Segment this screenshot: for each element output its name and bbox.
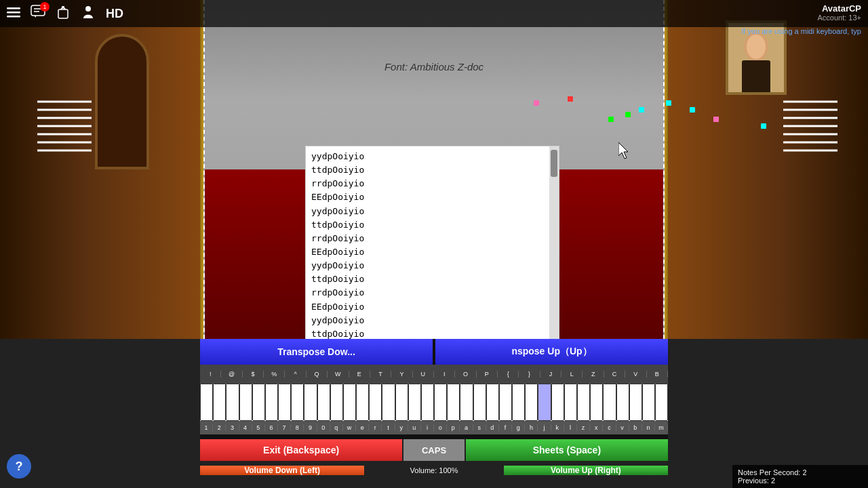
notification-badge: 1	[40, 2, 50, 12]
piano-white-key[interactable]	[395, 384, 408, 421]
piano-white-key[interactable]	[343, 384, 356, 421]
piano-white-key[interactable]	[460, 384, 473, 421]
piano-white-key[interactable]	[577, 384, 590, 421]
volume-row: Volume Down (Left) Volume: 100% Volume U…	[200, 461, 668, 480]
username: AvatarCP	[817, 3, 861, 14]
bottom-key-label: 1	[200, 424, 213, 431]
piano-white-key[interactable]	[421, 384, 434, 421]
bottom-key-label: s	[473, 424, 486, 431]
top-key-label: T	[370, 371, 391, 378]
bottom-key-label: 4	[239, 424, 252, 431]
bottom-key-label: 2	[213, 424, 226, 431]
piano-white-key[interactable]	[304, 384, 317, 421]
sheet-line: EEdpOoiyio	[311, 190, 545, 204]
top-key-label: Q	[307, 371, 328, 378]
bottom-key-label: 6	[265, 424, 278, 431]
piano-white-key[interactable]	[538, 384, 551, 421]
bottom-key-label: l	[564, 424, 577, 431]
bottom-key-label: j	[538, 424, 551, 431]
piano-white-key[interactable]	[265, 384, 278, 421]
piano-white-key[interactable]	[655, 384, 668, 421]
bottom-key-label: r	[369, 424, 382, 431]
svg-rect-20	[639, 107, 644, 113]
bottom-key-label: e	[356, 424, 369, 431]
caps-button[interactable]: CAPS	[403, 439, 464, 461]
piano-white-key[interactable]	[512, 384, 525, 421]
help-button[interactable]: ?	[7, 454, 31, 479]
piano-white-key[interactable]	[564, 384, 577, 421]
transpose-down-button[interactable]: Transpose Dow...	[200, 339, 433, 365]
piano-white-key[interactable]	[434, 384, 447, 421]
piano-white-key[interactable]	[473, 384, 486, 421]
bottom-key-label: w	[343, 424, 356, 431]
piano-white-key[interactable]	[291, 384, 304, 421]
svg-rect-18	[534, 100, 539, 106]
svg-rect-28	[7, 12, 20, 14]
piano-white-key[interactable]	[252, 384, 265, 421]
svg-rect-24	[625, 112, 631, 117]
piano-white-key[interactable]	[408, 384, 421, 421]
svg-rect-29	[7, 16, 20, 18]
piano-white-key[interactable]	[629, 384, 642, 421]
action-buttons-row: Exit (Backspace) CAPS Sheets (Space)	[200, 439, 668, 461]
bottom-key-label: 0	[317, 424, 330, 431]
character-icon[interactable]	[81, 5, 96, 23]
bottom-key-label: x	[590, 424, 603, 431]
bottom-key-label: i	[421, 424, 434, 431]
bottom-key-labels: 1234567890qwertyuiopasdfghjklzxcvbnm	[200, 421, 668, 434]
transpose-up-button[interactable]: nspose Up（Up）	[435, 339, 668, 365]
bottom-key-label: 8	[291, 424, 304, 431]
chat-icon[interactable]: 1	[31, 5, 45, 23]
piano-white-key[interactable]	[603, 384, 616, 421]
transpose-row: Transpose Dow... nspose Up（Up）	[200, 339, 668, 365]
piano-white-key[interactable]	[317, 384, 330, 421]
help-button-container[interactable]: ?	[7, 454, 31, 479]
piano-white-key[interactable]	[382, 384, 395, 421]
volume-down-button[interactable]: Volume Down (Left)	[200, 466, 364, 475]
piano-white-key[interactable]	[525, 384, 538, 421]
sheet-line: ttdpOoiyio	[311, 218, 545, 232]
top-key-label: J	[540, 371, 561, 378]
piano-white-key[interactable]	[213, 384, 226, 421]
note-dots	[408, 81, 868, 149]
piano-white-key[interactable]	[447, 384, 460, 421]
piano-white-key[interactable]	[499, 384, 512, 421]
top-key-label: $	[243, 371, 264, 378]
bottom-key-label: z	[577, 424, 590, 431]
top-key-label: E	[349, 371, 370, 378]
midi-tip: If you are using a midi keyboard, typ	[741, 27, 861, 35]
sheet-line: rrdpOoiyio	[311, 177, 545, 190]
top-key-label: !	[200, 371, 221, 378]
piano-white-key[interactable]	[330, 384, 343, 421]
exit-button[interactable]: Exit (Backspace)	[200, 439, 402, 461]
top-bar: 1 HD AvatarCP Account: 13+	[0, 0, 868, 27]
bottom-key-label: f	[499, 424, 512, 431]
piano-white-key[interactable]	[200, 384, 213, 421]
volume-label: Volume: 100%	[366, 466, 502, 474]
top-key-labels: !@$%^QWETYUIOP{}JLZCVB	[200, 365, 668, 384]
bottom-key-label: g	[512, 424, 525, 431]
piano-white-key[interactable]	[486, 384, 499, 421]
backpack-icon[interactable]	[56, 5, 71, 23]
piano-white-key[interactable]	[278, 384, 291, 421]
sheets-button[interactable]: Sheets (Space)	[466, 439, 668, 461]
sheet-line: rrdpOoiyio	[311, 232, 545, 245]
bottom-key-label: 7	[278, 424, 291, 431]
hamburger-menu-icon[interactable]	[7, 5, 20, 22]
top-key-label: B	[647, 371, 668, 378]
svg-point-10	[747, 35, 766, 59]
piano-white-key[interactable]	[369, 384, 382, 421]
piano-white-key[interactable]	[616, 384, 629, 421]
piano-keys[interactable]	[200, 384, 668, 421]
piano-white-key[interactable]	[551, 384, 564, 421]
piano-white-key[interactable]	[356, 384, 369, 421]
piano-white-key[interactable]	[642, 384, 655, 421]
volume-up-button[interactable]: Volume Up (Right)	[504, 466, 668, 475]
scrollbar-thumb[interactable]	[551, 150, 557, 177]
piano-white-key[interactable]	[226, 384, 239, 421]
top-key-label: @	[221, 371, 242, 378]
sheet-line: ttdpOoiyio	[311, 163, 545, 177]
piano-white-key[interactable]	[239, 384, 252, 421]
piano-white-key[interactable]	[590, 384, 603, 421]
svg-rect-19	[568, 96, 573, 102]
